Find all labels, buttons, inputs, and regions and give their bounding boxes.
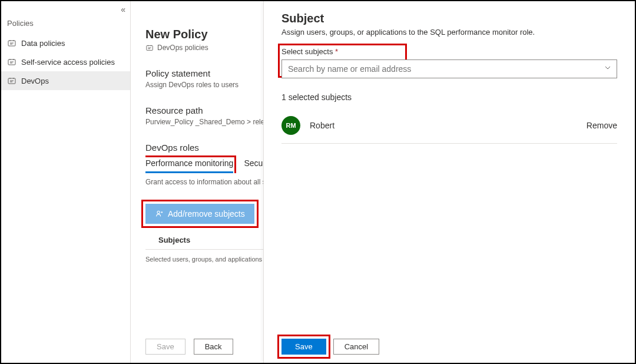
breadcrumb[interactable]: DevOps policies — [145, 44, 263, 52]
breadcrumb-text: DevOps policies — [157, 44, 208, 52]
sidebar-item-label: Self-service access policies — [21, 58, 115, 67]
sidebar-item-devops[interactable]: DevOps — [1, 71, 130, 90]
panel-title: Subject — [281, 12, 617, 25]
policy-statement-desc: Assign DevOps roles to users — [145, 81, 263, 89]
resource-path-desc: Purview_Policy _Shared_Demo > releclouds… — [145, 118, 263, 126]
policy-icon — [7, 57, 16, 67]
selected-count: 1 selected subjects — [281, 92, 617, 102]
sidebar-item-label: DevOps — [21, 77, 49, 85]
collapse-sidebar-icon[interactable]: « — [121, 5, 125, 14]
resource-path-title: Resource path — [145, 105, 263, 115]
avatar: RM — [281, 116, 300, 135]
page-title: New Policy — [145, 28, 263, 41]
cancel-button[interactable]: Cancel — [333, 339, 379, 355]
devops-roles-desc: Grant access to information about all se… — [145, 178, 263, 186]
policy-statement-title: Policy statement — [145, 68, 263, 78]
tab-security-auditing[interactable]: Security auditing — [244, 158, 263, 173]
subject-name: Robert — [310, 121, 587, 130]
svg-point-4 — [157, 211, 160, 213]
main-column: New Policy DevOps policies Policy statem… — [131, 1, 263, 363]
panel-subtitle: Assign users, groups, or applications to… — [281, 28, 617, 37]
sidebar: « Policies Data policies Self-service ac… — [1, 1, 131, 363]
add-remove-label: Add/remove subjects — [168, 209, 245, 219]
sidebar-item-self-service[interactable]: Self-service access policies — [1, 52, 130, 71]
remove-link[interactable]: Remove — [587, 121, 617, 130]
policy-icon — [7, 38, 16, 48]
save-button[interactable]: Save — [281, 339, 326, 355]
sidebar-item-label: Data policies — [21, 39, 65, 48]
subjects-desc: Selected users, groups, and applications… — [145, 249, 263, 263]
required-asterisk: * — [335, 47, 338, 56]
sidebar-item-data-policies[interactable]: Data policies — [1, 34, 130, 52]
select-subjects-label: Select subjects * — [281, 47, 617, 56]
devops-roles-title: DevOps roles — [145, 143, 263, 153]
subject-row: RM Robert Remove — [281, 108, 617, 144]
person-icon — [155, 210, 163, 218]
tab-performance-monitoring[interactable]: Performance monitoring — [145, 158, 233, 173]
subject-panel: Subject Assign users, groups, or applica… — [263, 1, 635, 363]
field-label-text: Select subjects — [281, 47, 333, 56]
subjects-header: Subjects — [158, 236, 263, 244]
policy-icon — [7, 76, 16, 85]
sidebar-title: Policies — [1, 1, 130, 34]
search-subjects-input[interactable] — [281, 59, 617, 78]
save-button-main: Save — [145, 339, 186, 355]
back-button[interactable]: Back — [194, 339, 233, 355]
policy-icon — [145, 44, 154, 52]
add-remove-subjects-button[interactable]: Add/remove subjects — [145, 204, 254, 224]
